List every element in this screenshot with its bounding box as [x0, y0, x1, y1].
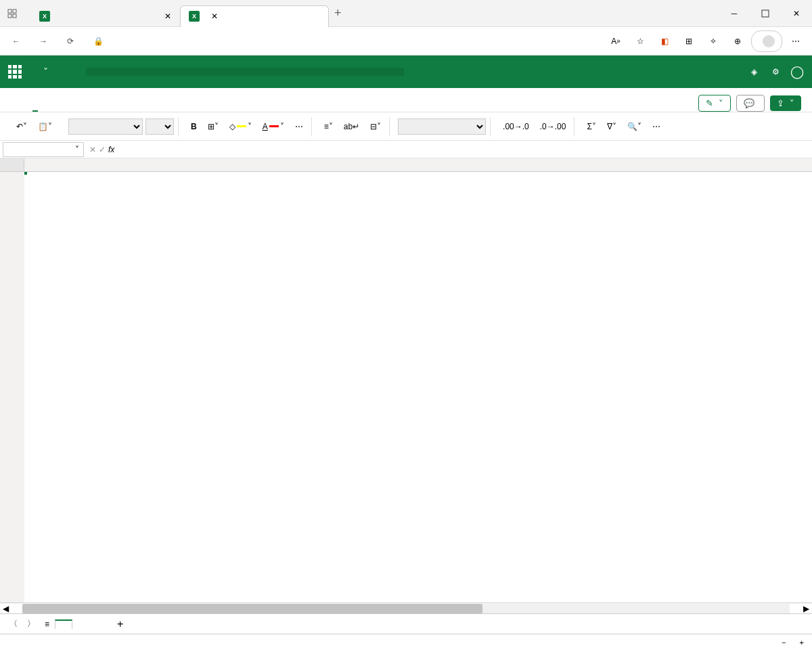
cells[interactable]	[24, 172, 812, 603]
align-button[interactable]: ≡˅	[320, 119, 337, 134]
read-aloud-icon[interactable]: A»	[605, 30, 627, 52]
formula-input[interactable]	[120, 142, 812, 157]
sheet-list-button[interactable]: ≡	[41, 617, 53, 632]
zoom-out-button[interactable]: −	[782, 638, 786, 647]
sheet-tab-2[interactable]	[74, 619, 91, 629]
wrap-text-button[interactable]: ab↵	[340, 119, 363, 134]
lock-icon: 🔒	[93, 37, 104, 46]
excel-icon: X	[39, 11, 50, 22]
close-button[interactable]: ✕	[781, 3, 812, 24]
tab-help[interactable]	[206, 100, 211, 112]
ribbon-tabs: ✎˅ 💬 ⇪˅	[0, 88, 812, 112]
decrease-decimal-button[interactable]: .0→.00	[536, 119, 570, 134]
font-color-button[interactable]: A˅	[258, 119, 288, 134]
svg-rect-1	[13, 9, 16, 13]
office-icon[interactable]: ◧	[654, 30, 675, 52]
cancel-formula-icon[interactable]: ✕	[89, 145, 96, 154]
bold-button[interactable]: B	[187, 119, 201, 134]
chevron-down-icon: ˅	[790, 98, 794, 108]
tab-insert[interactable]	[54, 100, 60, 112]
avatar-icon	[763, 35, 775, 47]
number-format-select[interactable]	[398, 118, 486, 135]
close-icon[interactable]: ✕	[210, 12, 219, 20]
app-launcher-icon[interactable]	[8, 65, 22, 79]
comment-icon: 💬	[744, 98, 754, 108]
fill-color-button[interactable]: ◇˅	[225, 119, 256, 134]
more-button[interactable]: ⋯	[648, 119, 664, 134]
sheet-nav-next[interactable]: 〉	[23, 615, 39, 632]
chevron-down-icon: ˅	[719, 98, 723, 108]
browser-tab-2[interactable]: X ✕	[180, 5, 329, 27]
sheet-tabs: 〈 〉 ≡ +	[0, 613, 812, 634]
undo-button[interactable]: ↶˅	[12, 119, 31, 134]
profile-sync[interactable]	[751, 30, 782, 52]
maximize-button[interactable]	[750, 3, 781, 24]
pencil-icon: ✎	[706, 98, 713, 108]
new-tab-button[interactable]: +	[334, 6, 342, 20]
browser-tab-strip: X ✕ X ✕ + ─ ✕	[0, 0, 812, 27]
chevron-down-icon: ˅	[43, 66, 48, 77]
excel-icon: X	[189, 11, 200, 22]
window-controls: ─ ✕	[719, 3, 812, 24]
svg-rect-0	[8, 9, 12, 13]
sheet-nav-prev[interactable]: 〈	[5, 615, 22, 632]
name-box[interactable]: ˅	[3, 142, 84, 157]
confirm-formula-icon[interactable]: ✓	[99, 145, 106, 154]
minimize-button[interactable]: ─	[719, 3, 750, 24]
tab-file[interactable]	[11, 100, 16, 112]
address-bar: ← → ⟳ 🔒 A» ☆ ◧ ⊞ ✧ ⊕ ⋯	[0, 27, 812, 56]
url-field[interactable]: 🔒	[87, 31, 600, 51]
find-button[interactable]: 🔍˅	[623, 119, 646, 134]
diamond-icon: ◈	[751, 67, 757, 77]
tab-formulas[interactable]	[119, 100, 125, 112]
select-all-corner[interactable]	[0, 158, 24, 171]
more-icon[interactable]: ⋯	[785, 30, 807, 52]
tab-review[interactable]	[162, 100, 168, 112]
refresh-button[interactable]: ⟳	[60, 30, 81, 52]
grid: ◀ ▶	[0, 158, 812, 613]
comments-button[interactable]: 💬	[736, 95, 765, 112]
more-font-button[interactable]: ⋯	[291, 119, 307, 134]
tab-view[interactable]	[184, 100, 189, 112]
borders-button[interactable]: ⊞˅	[204, 119, 223, 134]
sort-filter-button[interactable]: ᐁ˅	[603, 119, 621, 134]
zoom-in-button[interactable]: +	[800, 638, 804, 647]
extensions-icon[interactable]: ⊞	[678, 30, 700, 52]
tab-home[interactable]	[32, 98, 38, 112]
settings-icon[interactable]: ⚙	[772, 67, 780, 77]
back-button[interactable]: ←	[5, 30, 27, 52]
browser-tab-1[interactable]: X ✕	[31, 5, 180, 27]
account-icon[interactable]: ◯	[790, 64, 804, 79]
suite-header: ˅ ◈ ⚙ ◯	[0, 56, 812, 88]
fx-icon[interactable]: fx	[108, 145, 114, 154]
share-icon: ⇪	[777, 98, 784, 108]
formula-bar: ˅ ✕ ✓ fx	[0, 141, 812, 158]
sheet-tab-3[interactable]	[93, 619, 110, 629]
forward-button[interactable]: →	[32, 30, 54, 52]
font-select[interactable]	[68, 118, 143, 135]
column-headers	[0, 158, 812, 172]
tab-menu-icon[interactable]	[0, 9, 24, 18]
close-icon[interactable]: ✕	[164, 12, 172, 20]
favorite-icon[interactable]: ☆	[629, 30, 651, 52]
row-headers	[0, 172, 24, 603]
collections-icon[interactable]: ⊕	[727, 30, 748, 52]
doc-title[interactable]: ˅	[43, 66, 48, 77]
merge-button[interactable]: ⊟˅	[366, 119, 385, 134]
tab-page-layout[interactable]	[97, 100, 103, 112]
status-bar: − +	[0, 634, 812, 650]
size-select[interactable]	[145, 118, 174, 135]
edit-mode-button[interactable]: ✎˅	[698, 95, 731, 112]
favorites-bar-icon[interactable]: ✧	[702, 30, 724, 52]
horizontal-scrollbar[interactable]: ◀ ▶	[0, 603, 812, 613]
add-sheet-button[interactable]: +	[112, 615, 129, 633]
tab-draw[interactable]	[76, 100, 81, 112]
autosum-button[interactable]: Σ˅	[583, 119, 600, 134]
increase-decimal-button[interactable]: .00→.0	[499, 119, 533, 134]
m365-upsell[interactable]: ◈	[751, 67, 761, 77]
sheet-tab-1[interactable]	[55, 619, 72, 629]
share-button[interactable]: ⇪˅	[770, 95, 801, 111]
tab-data[interactable]	[141, 100, 146, 112]
search-box[interactable]	[86, 68, 404, 76]
clipboard-button[interactable]: 📋˅	[34, 119, 56, 134]
